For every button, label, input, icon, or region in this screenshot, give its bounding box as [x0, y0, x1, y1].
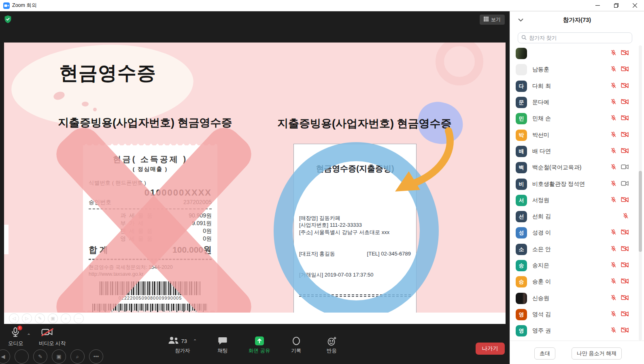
receipt-title: 현금영수증(지출증빙) — [299, 163, 411, 174]
camera-off-icon — [621, 262, 629, 269]
decor-dot — [93, 108, 97, 111]
tax-label: 부 가 세 — [120, 219, 145, 227]
participant-name: 박선미 — [532, 132, 610, 139]
pen-tool-button[interactable]: ✎ — [35, 313, 45, 324]
participants-chevron[interactable]: ⌃ — [193, 338, 197, 344]
mic-muted-icon — [610, 131, 616, 139]
participant-row[interactable]: 선 선희 김 — [510, 209, 644, 225]
participant-name: 영주 권 — [532, 327, 610, 334]
expense-proof-receipt: 현금영수증(지출증빙) [매장명] 길동카페[사업자번호] 111-22-333… — [293, 144, 417, 313]
participant-row[interactable] — [510, 45, 644, 62]
chat-button[interactable]: 채팅 — [213, 336, 232, 354]
participant-row[interactable]: 승 승훈 이 — [510, 274, 644, 290]
participant-row[interactable]: 남동훈 — [510, 62, 644, 78]
zoom-app-icon — [3, 2, 10, 9]
record-button[interactable]: 기록 — [287, 336, 306, 354]
view-button[interactable]: 보기 — [480, 15, 505, 25]
representative-label: [대표자] 홍길동 — [299, 250, 335, 258]
share-screen-label: 화면 공유 — [249, 347, 270, 354]
shared-screen-stage: 보기 현금영수증 지출증빙용(사업자번호) 현금영수증 지출증빙용(사업자번호)… — [0, 11, 510, 364]
store-info-line: [사업자번호] 111-22-33333 — [299, 221, 411, 229]
receipt-id-value: 0100000XXXX — [89, 187, 212, 198]
minimize-button[interactable] — [588, 0, 607, 11]
participant-row[interactable]: 영 영석 김 — [510, 307, 644, 323]
meeting-toolbar: ! 오디오 ⌃ 비디오 시작 ◀ ✎ ▣ ⌕ ••• — [0, 324, 510, 364]
avatar: 소 — [516, 244, 527, 255]
participant-name: 성경 이 — [532, 229, 610, 236]
invite-button[interactable]: 초대 — [534, 347, 555, 360]
window-titlebar: Zoom 회의 — [0, 0, 644, 11]
camera-on-icon — [621, 181, 629, 188]
participants-button[interactable]: 73 ⌃ 참가자 — [168, 336, 197, 354]
reactions-button[interactable]: 반응 — [322, 336, 342, 354]
participant-row[interactable]: 송 송지은 — [510, 258, 644, 274]
chat-label: 채팅 — [218, 347, 228, 354]
next-slide-button[interactable]: ▷ — [22, 313, 32, 324]
reactions-icon — [327, 336, 337, 346]
avatar-initial: 송 — [519, 262, 524, 269]
approval-value: 237202005 — [183, 199, 212, 206]
prev-slide-button[interactable]: ◁ — [9, 313, 19, 324]
participant-row[interactable]: 박 박선미 — [510, 127, 644, 143]
decor-dot — [82, 102, 89, 106]
avatar — [516, 293, 527, 304]
participant-name: 백순철(국어교육과) — [532, 164, 610, 171]
participant-row[interactable]: 백 백순철(국어교육과) — [510, 160, 644, 176]
total-value: 100.000원 — [172, 244, 212, 255]
participant-search-box[interactable] — [518, 32, 632, 43]
mic-muted-icon — [610, 164, 616, 172]
participant-row[interactable]: 영 영주 권 — [510, 323, 644, 339]
share-screen-button[interactable]: 화면 공유 — [249, 336, 270, 354]
participant-row[interactable]: 서 서정원 — [510, 192, 644, 209]
leave-meeting-button[interactable]: 나가기 — [476, 343, 505, 355]
avatar: 비 — [516, 179, 527, 190]
panel-scrollbar[interactable] — [639, 45, 642, 341]
tax-row: 면 세 물 품 0원 — [89, 227, 212, 235]
camera-off-icon — [621, 66, 629, 73]
security-shield-icon[interactable] — [4, 15, 12, 25]
participant-row[interactable]: 문 문다예 — [510, 94, 644, 111]
grid-view-icon — [484, 17, 489, 23]
unmute-me-button[interactable]: 나만 음소거 해제 — [572, 347, 622, 360]
more-options-button[interactable]: ⋯ — [74, 313, 84, 324]
mic-muted-icon — [623, 213, 629, 221]
camera-off-icon — [621, 295, 629, 302]
tax-row: 영 세 물 품 0원 — [89, 235, 212, 243]
avatar: 박 — [516, 130, 527, 141]
participants-panel-title: 참가자(73) — [510, 16, 644, 24]
restore-button[interactable] — [607, 0, 625, 11]
store-info-line: [주소] 서울특별시 강남구 서초대로 xxx — [299, 229, 411, 236]
avatar: 선 — [516, 211, 527, 222]
participant-row[interactable]: 신승원 — [510, 290, 644, 306]
camera-off-icon — [621, 246, 629, 253]
camera-off-icon — [621, 132, 629, 139]
tax-label: 면 세 물 품 — [120, 227, 153, 235]
participants-count: 73 — [181, 338, 187, 344]
close-button[interactable] — [625, 0, 644, 11]
tax-url-line: http://www.taxsave.go.kr — [89, 271, 212, 278]
slide-sorter-button[interactable]: ▣ — [48, 313, 58, 324]
avatar: 문 — [516, 97, 527, 108]
participant-name: 신승원 — [532, 295, 610, 302]
tax-value: 0원 — [203, 235, 212, 243]
avatar-initial: 성 — [519, 229, 524, 236]
store-info-lines: [매장명] 길동카페[사업자번호] 111-22-33333[주소] 서울특별시… — [299, 193, 411, 236]
zoom-tool-button[interactable]: ⌕ — [61, 313, 71, 324]
participant-row[interactable]: 다 다희 최 — [510, 78, 644, 94]
participant-row[interactable]: 성 성경 이 — [510, 225, 644, 241]
participant-row[interactable]: 민 민채 손 — [510, 111, 644, 127]
mic-muted-icon — [610, 327, 616, 335]
avatar: 배 — [516, 146, 527, 157]
scrollbar-thumb[interactable] — [639, 171, 642, 252]
participants-label: 참가자 — [175, 347, 190, 354]
participant-row[interactable]: 비 비호생활관장 정석연 — [510, 176, 644, 192]
receipt-title: 현금( 소득공제 ) — [89, 154, 212, 165]
share-screen-icon — [255, 336, 264, 346]
participant-name: 송지은 — [532, 262, 610, 269]
camera-on-icon — [621, 164, 629, 171]
participant-name: 민채 손 — [532, 115, 610, 122]
participant-name: 다희 최 — [532, 83, 610, 90]
participant-search-input[interactable] — [529, 35, 629, 41]
participant-row[interactable]: 배 배 다연 — [510, 143, 644, 160]
participant-row[interactable]: 소 소은 안 — [510, 241, 644, 258]
